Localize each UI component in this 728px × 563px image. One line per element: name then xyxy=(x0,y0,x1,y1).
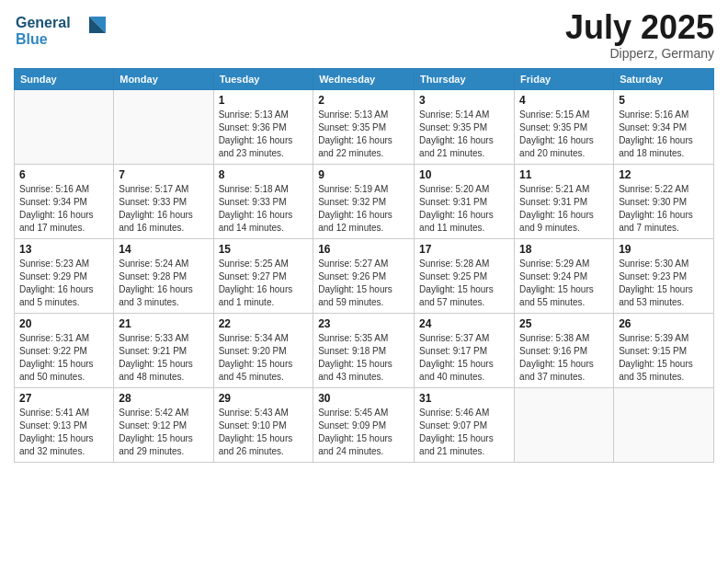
table-row: 13Sunrise: 5:23 AM Sunset: 9:29 PM Dayli… xyxy=(15,238,114,313)
day-number: 23 xyxy=(318,317,409,330)
day-info: Sunrise: 5:45 AM Sunset: 9:09 PM Dayligh… xyxy=(318,407,409,458)
logo: General Blue xyxy=(14,9,115,54)
table-row: 21Sunrise: 5:33 AM Sunset: 9:21 PM Dayli… xyxy=(114,313,213,387)
page: General Blue July 2025 Dipperz, Germany … xyxy=(0,0,728,563)
day-number: 2 xyxy=(318,94,409,107)
day-info: Sunrise: 5:18 AM Sunset: 9:33 PM Dayligh… xyxy=(219,183,309,235)
col-friday: Friday xyxy=(515,68,614,89)
table-row: 11Sunrise: 5:21 AM Sunset: 9:31 PM Dayli… xyxy=(515,164,614,238)
day-number: 12 xyxy=(619,168,709,181)
table-row xyxy=(515,387,614,462)
day-number: 8 xyxy=(219,168,309,181)
day-info: Sunrise: 5:37 AM Sunset: 9:17 PM Dayligh… xyxy=(419,332,509,384)
day-info: Sunrise: 5:13 AM Sunset: 9:35 PM Dayligh… xyxy=(318,109,409,160)
day-info: Sunrise: 5:31 AM Sunset: 9:22 PM Dayligh… xyxy=(19,332,108,384)
table-row: 28Sunrise: 5:42 AM Sunset: 9:12 PM Dayli… xyxy=(114,387,213,462)
table-row: 1Sunrise: 5:13 AM Sunset: 9:36 PM Daylig… xyxy=(213,89,313,164)
header: General Blue July 2025 Dipperz, Germany xyxy=(14,9,714,61)
table-row xyxy=(614,387,714,462)
day-info: Sunrise: 5:29 AM Sunset: 9:24 PM Dayligh… xyxy=(519,258,609,309)
col-tuesday: Tuesday xyxy=(213,68,313,89)
day-info: Sunrise: 5:41 AM Sunset: 9:13 PM Dayligh… xyxy=(19,407,108,458)
table-row: 19Sunrise: 5:30 AM Sunset: 9:23 PM Dayli… xyxy=(614,238,714,313)
day-info: Sunrise: 5:23 AM Sunset: 9:29 PM Dayligh… xyxy=(19,258,108,309)
day-number: 26 xyxy=(619,317,709,330)
table-row: 25Sunrise: 5:38 AM Sunset: 9:16 PM Dayli… xyxy=(515,313,614,387)
day-number: 29 xyxy=(219,392,309,405)
day-number: 31 xyxy=(419,392,509,405)
day-number: 20 xyxy=(19,317,108,330)
table-row xyxy=(114,89,213,164)
table-row: 27Sunrise: 5:41 AM Sunset: 9:13 PM Dayli… xyxy=(15,387,114,462)
day-number: 21 xyxy=(119,317,208,330)
day-number: 15 xyxy=(219,243,309,256)
day-info: Sunrise: 5:28 AM Sunset: 9:25 PM Dayligh… xyxy=(419,258,509,309)
location: Dipperz, Germany xyxy=(565,46,714,61)
day-number: 13 xyxy=(19,243,108,256)
day-number: 3 xyxy=(419,94,509,107)
col-wednesday: Wednesday xyxy=(313,68,415,89)
day-number: 10 xyxy=(419,168,509,181)
day-number: 7 xyxy=(119,168,208,181)
day-info: Sunrise: 5:35 AM Sunset: 9:18 PM Dayligh… xyxy=(318,332,409,384)
day-info: Sunrise: 5:30 AM Sunset: 9:23 PM Dayligh… xyxy=(619,258,709,309)
col-thursday: Thursday xyxy=(415,68,515,89)
day-info: Sunrise: 5:15 AM Sunset: 9:35 PM Dayligh… xyxy=(519,109,609,160)
table-row: 26Sunrise: 5:39 AM Sunset: 9:15 PM Dayli… xyxy=(614,313,714,387)
table-row: 2Sunrise: 5:13 AM Sunset: 9:35 PM Daylig… xyxy=(313,89,415,164)
header-row: Sunday Monday Tuesday Wednesday Thursday… xyxy=(15,68,714,89)
day-info: Sunrise: 5:42 AM Sunset: 9:12 PM Dayligh… xyxy=(119,407,208,458)
month-title: July 2025 xyxy=(565,9,714,46)
day-info: Sunrise: 5:19 AM Sunset: 9:32 PM Dayligh… xyxy=(318,183,409,235)
day-number: 30 xyxy=(318,392,409,405)
calendar: Sunday Monday Tuesday Wednesday Thursday… xyxy=(14,68,714,463)
svg-text:General: General xyxy=(16,15,71,30)
day-number: 28 xyxy=(119,392,208,405)
day-info: Sunrise: 5:16 AM Sunset: 9:34 PM Dayligh… xyxy=(619,109,709,160)
day-info: Sunrise: 5:33 AM Sunset: 9:21 PM Dayligh… xyxy=(119,332,208,384)
day-number: 11 xyxy=(519,168,609,181)
table-row: 12Sunrise: 5:22 AM Sunset: 9:30 PM Dayli… xyxy=(614,164,714,238)
table-row: 8Sunrise: 5:18 AM Sunset: 9:33 PM Daylig… xyxy=(213,164,313,238)
day-number: 25 xyxy=(519,317,609,330)
day-info: Sunrise: 5:34 AM Sunset: 9:20 PM Dayligh… xyxy=(219,332,309,384)
table-row: 4Sunrise: 5:15 AM Sunset: 9:35 PM Daylig… xyxy=(515,89,614,164)
table-row: 24Sunrise: 5:37 AM Sunset: 9:17 PM Dayli… xyxy=(415,313,515,387)
table-row: 7Sunrise: 5:17 AM Sunset: 9:33 PM Daylig… xyxy=(114,164,213,238)
table-row: 15Sunrise: 5:25 AM Sunset: 9:27 PM Dayli… xyxy=(213,238,313,313)
table-row: 16Sunrise: 5:27 AM Sunset: 9:26 PM Dayli… xyxy=(313,238,415,313)
day-number: 16 xyxy=(318,243,409,256)
day-number: 22 xyxy=(219,317,309,330)
day-number: 9 xyxy=(318,168,409,181)
col-monday: Monday xyxy=(114,68,213,89)
table-row: 18Sunrise: 5:29 AM Sunset: 9:24 PM Dayli… xyxy=(515,238,614,313)
table-row: 10Sunrise: 5:20 AM Sunset: 9:31 PM Dayli… xyxy=(415,164,515,238)
day-info: Sunrise: 5:14 AM Sunset: 9:35 PM Dayligh… xyxy=(419,109,509,160)
table-row xyxy=(15,89,114,164)
table-row: 14Sunrise: 5:24 AM Sunset: 9:28 PM Dayli… xyxy=(114,238,213,313)
table-row: 30Sunrise: 5:45 AM Sunset: 9:09 PM Dayli… xyxy=(313,387,415,462)
day-info: Sunrise: 5:43 AM Sunset: 9:10 PM Dayligh… xyxy=(219,407,309,458)
svg-text:Blue: Blue xyxy=(16,31,48,47)
table-row: 5Sunrise: 5:16 AM Sunset: 9:34 PM Daylig… xyxy=(614,89,714,164)
day-number: 19 xyxy=(619,243,709,256)
day-number: 18 xyxy=(519,243,609,256)
day-info: Sunrise: 5:38 AM Sunset: 9:16 PM Dayligh… xyxy=(519,332,609,384)
calendar-body: 1Sunrise: 5:13 AM Sunset: 9:36 PM Daylig… xyxy=(15,89,714,462)
day-number: 5 xyxy=(619,94,709,107)
day-info: Sunrise: 5:13 AM Sunset: 9:36 PM Dayligh… xyxy=(219,109,309,160)
col-sunday: Sunday xyxy=(15,68,114,89)
day-info: Sunrise: 5:16 AM Sunset: 9:34 PM Dayligh… xyxy=(19,183,108,235)
day-info: Sunrise: 5:46 AM Sunset: 9:07 PM Dayligh… xyxy=(419,407,509,458)
day-number: 6 xyxy=(19,168,108,181)
day-info: Sunrise: 5:17 AM Sunset: 9:33 PM Dayligh… xyxy=(119,183,208,235)
day-info: Sunrise: 5:25 AM Sunset: 9:27 PM Dayligh… xyxy=(219,258,309,309)
col-saturday: Saturday xyxy=(614,68,714,89)
calendar-header: Sunday Monday Tuesday Wednesday Thursday… xyxy=(15,68,714,89)
day-info: Sunrise: 5:22 AM Sunset: 9:30 PM Dayligh… xyxy=(619,183,709,235)
table-row: 6Sunrise: 5:16 AM Sunset: 9:34 PM Daylig… xyxy=(15,164,114,238)
title-block: July 2025 Dipperz, Germany xyxy=(565,9,714,61)
day-number: 27 xyxy=(19,392,108,405)
day-number: 1 xyxy=(219,94,309,107)
table-row: 9Sunrise: 5:19 AM Sunset: 9:32 PM Daylig… xyxy=(313,164,415,238)
